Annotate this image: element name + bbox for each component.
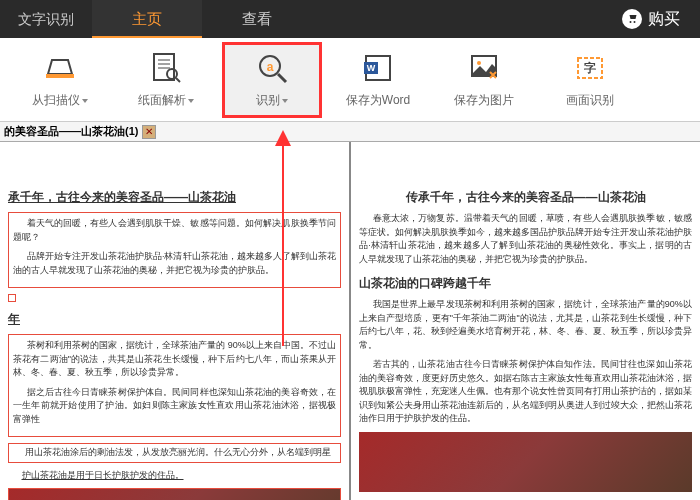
paragraph: 我国是世界上最早发现茶树和利用茶树的国家，据统计，全球茶油产量的90%以上来自产…	[359, 298, 692, 352]
toolbar: 从扫描仪 纸面解析 a 识别 W 保存为Word 保存为图片 字 画面识别	[0, 38, 700, 122]
document-tab-bar: 的美容圣品——山茶花油(1) ✕	[0, 122, 700, 142]
app-title: 文字识别	[0, 0, 92, 38]
cart-icon	[622, 9, 642, 29]
scanner-icon	[42, 50, 78, 86]
tab-view[interactable]: 查看	[202, 0, 312, 38]
close-document-icon[interactable]: ✕	[142, 125, 156, 139]
sub-heading: 年	[8, 310, 341, 328]
scanner-button[interactable]: 从扫描仪	[10, 42, 110, 118]
svg-point-5	[167, 69, 177, 79]
svg-text:a: a	[267, 60, 274, 74]
image-icon	[466, 50, 502, 86]
page-analyze-icon	[148, 50, 184, 86]
page-analyze-button[interactable]: 纸面解析	[116, 42, 216, 118]
paragraph: 据之后古往今日青睐茶树保护体自。民间同样也深知山茶花油的美容奇效，在一生年前就开…	[13, 386, 336, 427]
buy-label: 购买	[648, 9, 680, 30]
save-word-button[interactable]: W 保存为Word	[328, 42, 428, 118]
text-region-marker[interactable]	[8, 294, 16, 302]
image-region[interactable]	[8, 488, 341, 500]
text-region[interactable]: 茶树和利用茶树的国家，据统计，全球茶油产量的 90%以上来自中国。不过山茶花有二…	[8, 334, 341, 437]
save-image-button[interactable]: 保存为图片	[434, 42, 534, 118]
recognize-icon: a	[254, 50, 290, 86]
save-word-label: 保存为Word	[346, 92, 410, 109]
screen-recognize-button[interactable]: 字 画面识别	[540, 42, 640, 118]
svg-line-6	[176, 78, 180, 82]
paragraph: 用山茶花油涂后的剩油法发，从发放亮丽光润。什么无心分外，从名端到明星	[11, 446, 338, 460]
chevron-down-icon	[188, 99, 194, 103]
document-title[interactable]: 的美容圣品——山茶花油(1)	[4, 124, 138, 139]
right-heading: 传承千年，古往今来的美容圣品——山茶花油	[359, 188, 692, 206]
paragraph: 着天气的回暖，有些人会遇到肌肤干燥、敏感等问题。如何解决肌肤换季节问题呢？	[13, 217, 336, 244]
paragraph: 春意太浓，万物复苏。温带着天气的回暖，草喷，有些人会遇肌肤换季敏，敏感等症状。如…	[359, 212, 692, 266]
buy-button[interactable]: 购买	[622, 9, 700, 30]
screen-icon: 字	[572, 50, 608, 86]
svg-text:字: 字	[584, 61, 596, 75]
save-image-label: 保存为图片	[454, 92, 514, 109]
sub-heading: 山茶花油的口碑跨越千年	[359, 274, 692, 292]
text-region[interactable]: 着天气的回暖，有些人会遇到肌肤干燥、敏感等问题。如何解决肌肤换季节问题呢？ 品牌…	[8, 212, 341, 288]
paragraph: 若古其的，山茶花油古往今日青睐茶树保护体自知作法。民间甘往也深如山茶花油的美容奇…	[359, 358, 692, 426]
screen-recognize-label: 画面识别	[566, 92, 614, 109]
chevron-down-icon	[282, 99, 288, 103]
svg-rect-0	[46, 74, 74, 78]
svg-line-9	[278, 74, 286, 82]
tab-home[interactable]: 主页	[92, 0, 202, 38]
svg-point-14	[477, 61, 481, 65]
right-result-pane: 传承千年，古往今来的美容圣品——山茶花油 春意太浓，万物复苏。温带着天气的回暖，…	[349, 142, 700, 500]
left-preview-pane: 承千年，古往今来的美容圣品——山茶花油 着天气的回暖，有些人会遇到肌肤干燥、敏感…	[0, 142, 349, 500]
paragraph: 品牌开始专注开发山茶花油护肤品·林清轩山茶花油，越来越多人了解到山茶花油的古人早…	[13, 250, 336, 277]
text-region[interactable]: 用山茶花油涂后的剩油法发，从发放亮丽光润。什么无心分外，从名端到明星	[8, 443, 341, 463]
svg-rect-1	[154, 54, 174, 80]
paragraph: 护山茶花油是用于日长护肤护发的住品。	[8, 469, 341, 483]
recognize-button[interactable]: a 识别	[222, 42, 322, 118]
left-heading: 承千年，古往今来的美容圣品——山茶花油	[8, 188, 341, 206]
recognize-label: 识别	[256, 92, 288, 109]
svg-text:W: W	[367, 63, 376, 73]
scanner-label: 从扫描仪	[32, 92, 88, 109]
word-icon: W	[360, 50, 396, 86]
paragraph: 茶树和利用茶树的国家，据统计，全球茶油产量的 90%以上来自中国。不过山茶花有二…	[13, 339, 336, 380]
chevron-down-icon	[82, 99, 88, 103]
result-image	[359, 432, 692, 492]
page-analyze-label: 纸面解析	[138, 92, 194, 109]
